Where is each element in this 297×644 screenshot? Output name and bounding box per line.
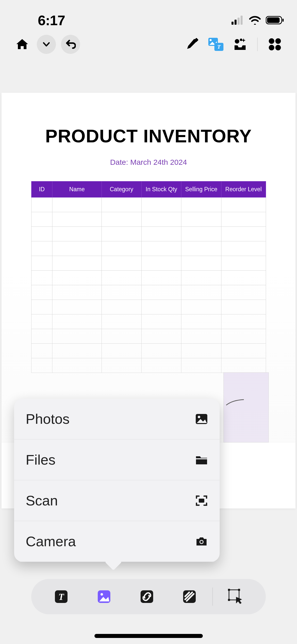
popup-item-scan[interactable]: Scan xyxy=(14,480,220,521)
home-indicator[interactable] xyxy=(94,634,203,638)
column-header-name: Name xyxy=(52,181,102,198)
table-cell xyxy=(102,212,141,227)
table-cell xyxy=(31,271,52,285)
ai-button[interactable] xyxy=(230,35,250,54)
svg-rect-20 xyxy=(196,458,207,459)
table-cell xyxy=(31,358,52,373)
table-cell xyxy=(221,329,266,344)
table-cell xyxy=(102,329,141,344)
table-cell xyxy=(31,329,52,344)
link-icon xyxy=(140,589,154,604)
text-image-button[interactable]: T xyxy=(206,35,225,54)
svg-point-12 xyxy=(235,39,239,44)
svg-rect-21 xyxy=(199,499,204,503)
table-cell xyxy=(221,285,266,300)
table-cell xyxy=(52,212,102,227)
highlighter-button[interactable] xyxy=(182,35,201,54)
texture-icon xyxy=(182,589,197,604)
table-cell xyxy=(31,285,52,300)
table-cell xyxy=(181,241,221,256)
svg-point-27 xyxy=(101,593,103,596)
popup-label: Camera xyxy=(26,533,76,550)
table-cell xyxy=(221,227,266,241)
table-cell xyxy=(52,256,102,271)
table-cell xyxy=(52,285,102,300)
table-cell xyxy=(102,285,141,300)
table-cell xyxy=(102,314,141,329)
texture-tool-button[interactable] xyxy=(180,587,199,606)
table-cell xyxy=(142,212,181,227)
table-cell xyxy=(221,241,266,256)
table-cell xyxy=(102,358,141,373)
table-cell xyxy=(142,358,181,373)
table-cell xyxy=(181,358,221,373)
status-time: 6:17 xyxy=(38,12,65,28)
table-cell xyxy=(31,300,52,314)
table-cell xyxy=(142,344,181,358)
home-button[interactable] xyxy=(13,35,32,54)
link-tool-button[interactable] xyxy=(137,587,157,606)
column-header-id: ID xyxy=(31,181,52,198)
table-cell xyxy=(181,212,221,227)
table-row xyxy=(31,344,266,358)
table-cell xyxy=(102,300,141,314)
table-cell xyxy=(31,198,52,212)
table-cell xyxy=(52,358,102,373)
popup-label: Files xyxy=(26,452,55,468)
undo-icon xyxy=(65,39,76,50)
table-cell xyxy=(31,212,52,227)
table-cell xyxy=(52,271,102,285)
popup-item-photos[interactable]: Photos xyxy=(14,399,220,439)
svg-rect-32 xyxy=(238,589,240,591)
table-cell xyxy=(142,285,181,300)
table-row xyxy=(31,285,266,300)
popup-item-camera[interactable]: Camera xyxy=(14,521,220,562)
svg-text:T: T xyxy=(217,44,221,50)
table-cell xyxy=(31,344,52,358)
table-cell xyxy=(52,300,102,314)
table-cell xyxy=(52,344,102,358)
wifi-icon xyxy=(249,16,261,25)
signature-mark-icon xyxy=(225,398,245,408)
table-row xyxy=(31,329,266,344)
popup-item-files[interactable]: Files xyxy=(14,439,220,480)
apps-grid-icon xyxy=(268,38,281,51)
insert-popup-menu: Photos Files Scan Camera xyxy=(14,399,220,562)
table-cell xyxy=(221,271,266,285)
table-cell xyxy=(181,314,221,329)
image-text-icon: T xyxy=(208,38,223,51)
scan-icon xyxy=(195,494,208,507)
table-cell xyxy=(31,314,52,329)
image-icon xyxy=(97,589,111,604)
toolbar-divider xyxy=(257,38,258,51)
table-cell xyxy=(221,212,266,227)
table-cell xyxy=(31,256,52,271)
table-row xyxy=(31,227,266,241)
apps-button[interactable] xyxy=(265,35,284,54)
table-cell xyxy=(142,241,181,256)
dropdown-button[interactable] xyxy=(37,35,56,54)
table-cell xyxy=(221,358,266,373)
select-icon xyxy=(227,588,244,605)
table-cell xyxy=(221,256,266,271)
table-cell xyxy=(181,285,221,300)
undo-button[interactable] xyxy=(61,35,80,54)
table-cell xyxy=(142,329,181,344)
status-bar: 6:17 xyxy=(0,0,297,33)
svg-point-9 xyxy=(210,39,212,41)
table-cell xyxy=(221,198,266,212)
popup-label: Scan xyxy=(26,492,58,509)
svg-point-17 xyxy=(275,45,281,50)
svg-rect-31 xyxy=(228,589,230,591)
ai-inbox-icon xyxy=(234,38,247,51)
text-tool-button[interactable]: T xyxy=(51,587,71,606)
image-tool-button[interactable] xyxy=(94,587,114,606)
table-row xyxy=(31,256,266,271)
table-cell xyxy=(181,227,221,241)
folder-icon xyxy=(195,453,208,466)
table-row xyxy=(31,300,266,314)
select-tool-button[interactable] xyxy=(226,587,246,606)
document-title: PRODUCT INVENTORY xyxy=(28,125,269,146)
table-cell xyxy=(142,314,181,329)
svg-rect-1 xyxy=(235,20,237,25)
